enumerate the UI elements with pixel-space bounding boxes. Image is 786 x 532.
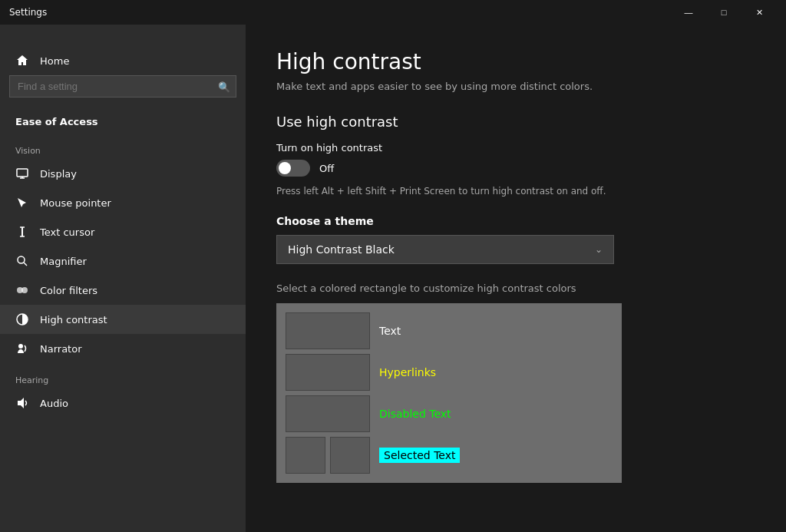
color-label-selected-text: Selected Text: [379, 448, 460, 463]
sidebar-header: [0, 25, 246, 46]
svg-point-9: [21, 287, 28, 293]
color-swatch-text[interactable]: [286, 312, 370, 349]
color-swatch-hyperlinks[interactable]: [286, 354, 370, 391]
page-subtitle: Make text and apps easier to see by usin…: [276, 81, 755, 92]
color-row-text[interactable]: Text: [286, 312, 613, 349]
high-contrast-toggle[interactable]: [276, 160, 310, 177]
color-label-hyperlinks: Hyperlinks: [379, 366, 436, 378]
maximize-button[interactable]: □: [706, 0, 741, 25]
titlebar-title: Settings: [9, 7, 671, 18]
sidebar-item-mouse-pointer-label: Mouse pointer: [40, 197, 111, 209]
minimize-button[interactable]: —: [671, 0, 706, 25]
sidebar-item-high-contrast[interactable]: High contrast: [0, 305, 246, 334]
sidebar-item-narrator-label: Narrator: [40, 343, 82, 355]
color-row-hyperlinks[interactable]: Hyperlinks: [286, 354, 613, 391]
use-high-contrast-title: Use high contrast: [276, 114, 755, 130]
main-container: Home 🔍 Ease of Access Vision Display: [0, 25, 786, 532]
svg-point-11: [18, 344, 23, 349]
toggle-thumb: [279, 162, 291, 174]
high-contrast-icon: [15, 312, 29, 326]
sidebar-item-home[interactable]: Home: [0, 46, 246, 75]
keyboard-hint: Press left Alt + left Shift + Print Scre…: [276, 186, 755, 197]
audio-icon: [15, 396, 29, 410]
color-row-disabled-text[interactable]: Disabled Text: [286, 395, 613, 432]
sidebar-item-narrator[interactable]: Narrator: [0, 334, 246, 363]
home-icon: [15, 54, 29, 68]
choose-theme-label: Choose a theme: [276, 215, 755, 227]
sidebar-item-display[interactable]: Display: [0, 159, 246, 188]
color-swatch-selected-text-group: [286, 437, 370, 474]
chevron-down-icon: ⌄: [595, 244, 603, 255]
color-swatch-selected-text-2[interactable]: [330, 437, 370, 474]
narrator-icon: [15, 342, 29, 355]
page-title: High contrast: [276, 49, 755, 74]
search-box: 🔍: [9, 75, 236, 97]
text-cursor-icon: [15, 225, 29, 239]
svg-line-7: [24, 263, 27, 266]
toggle-state-label: Off: [319, 163, 334, 174]
sidebar-item-text-cursor-label: Text cursor: [40, 226, 94, 238]
vision-section-label: Vision: [0, 140, 246, 159]
svg-point-6: [18, 256, 25, 263]
sidebar: Home 🔍 Ease of Access Vision Display: [0, 25, 246, 532]
color-swatch-selected-text-1[interactable]: [286, 437, 325, 474]
search-input[interactable]: [9, 75, 236, 97]
toggle-row: Off: [276, 160, 755, 177]
sidebar-item-color-filters-label: Color filters: [40, 285, 97, 296]
breadcrumb: Ease of Access: [0, 110, 246, 140]
theme-dropdown-value: High Contrast Black: [288, 243, 395, 256]
color-swatch-disabled-text[interactable]: [286, 395, 370, 432]
color-filters-icon: [15, 283, 29, 297]
hearing-section-label: Hearing: [0, 363, 246, 388]
svg-marker-12: [18, 398, 24, 408]
color-label-disabled-text: Disabled Text: [379, 408, 451, 420]
titlebar: Settings — □ ✕: [0, 0, 786, 25]
color-label-text: Text: [379, 325, 401, 337]
sidebar-item-display-label: Display: [40, 168, 77, 180]
sidebar-item-audio[interactable]: Audio: [0, 388, 246, 418]
titlebar-controls: — □ ✕: [671, 0, 777, 25]
sidebar-item-high-contrast-label: High contrast: [40, 314, 107, 325]
sidebar-item-home-label: Home: [40, 55, 69, 67]
sidebar-item-text-cursor[interactable]: Text cursor: [0, 217, 246, 246]
close-button[interactable]: ✕: [741, 0, 777, 25]
content-area: High contrast Make text and apps easier …: [246, 25, 786, 532]
color-row-selected-text[interactable]: Selected Text: [286, 437, 613, 474]
sidebar-item-audio-label: Audio: [40, 398, 68, 409]
colored-rect-title: Select a colored rectangle to customize …: [276, 283, 755, 294]
sidebar-item-magnifier[interactable]: Magnifier: [0, 246, 246, 276]
magnifier-icon: [15, 254, 29, 268]
toggle-heading: Turn on high contrast: [276, 142, 755, 154]
sidebar-item-magnifier-label: Magnifier: [40, 256, 87, 267]
color-grid: Text Hyperlinks Disabled Text Selected T…: [276, 303, 622, 483]
theme-dropdown[interactable]: High Contrast Black ⌄: [276, 235, 614, 264]
search-icon: 🔍: [218, 81, 230, 92]
mouse-pointer-icon: [15, 196, 29, 210]
display-icon: [15, 167, 29, 180]
sidebar-item-mouse-pointer[interactable]: Mouse pointer: [0, 188, 246, 217]
sidebar-item-color-filters[interactable]: Color filters: [0, 276, 246, 305]
svg-rect-0: [17, 169, 28, 177]
